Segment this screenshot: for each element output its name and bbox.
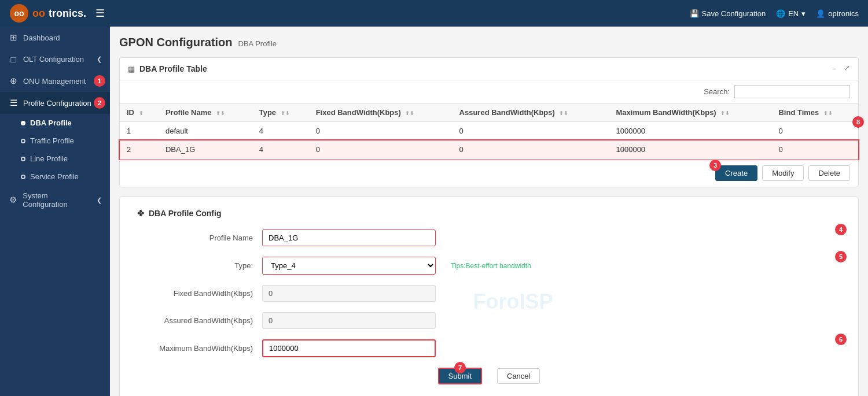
sidebar-sub-label: Traffic Profile <box>30 136 74 145</box>
type-select[interactable]: Type_1Type_2Type_3Type_4 <box>262 257 436 275</box>
search-label: Search: <box>704 87 730 96</box>
language-selector[interactable]: 🌐 EN ▾ <box>776 9 806 18</box>
sidebar-item-olt-config[interactable]: □ OLT Configuration ❮ <box>0 49 110 70</box>
sidebar-item-label: OLT Configuration <box>23 55 84 64</box>
card-header-icons: － ⤢ <box>830 64 850 74</box>
language-label: EN <box>788 9 799 18</box>
delete-button[interactable]: Delete <box>808 165 850 181</box>
hamburger-menu[interactable]: ☰ <box>95 7 105 20</box>
table-icon: ▦ <box>128 65 135 73</box>
table-card: ▦ DBA Profile Table － ⤢ Search: ID ⬆ Pro… <box>119 57 859 187</box>
sidebar-sub-item-dba-profile[interactable]: DBA Profile <box>0 114 110 132</box>
table-row[interactable]: 2DBA_1G40010000000 <box>120 140 858 159</box>
config-card: ForoISP ✤ DBA Profile Config 4 Profile N… <box>119 197 859 396</box>
cancel-button[interactable]: Cancel <box>497 368 540 384</box>
dba-profile-table: ID ⬆ Profile Name ⬆⬇ Type ⬆⬇ Fixed BandW… <box>120 103 858 159</box>
form-row-max-bw: 6 Maximum BandWidth(Kbps) <box>137 339 841 357</box>
sidebar-item-onu-mgmt[interactable]: ⊕ ONU Management ❮ 1 <box>0 70 110 92</box>
dot-icon <box>21 175 25 179</box>
search-input[interactable] <box>734 85 850 98</box>
table-cell: 1 <box>120 122 159 140</box>
chevron-icon: ❮ <box>97 55 102 63</box>
modify-button[interactable]: Modify <box>762 165 804 181</box>
create-button[interactable]: Create <box>715 165 757 181</box>
onu-badge: 1 <box>94 75 105 87</box>
table-cell: 0 <box>309 122 453 140</box>
system-icon: ⚙ <box>8 195 18 205</box>
globe-icon: 🌐 <box>776 9 785 18</box>
form-row-type: 5 Type: Type_1Type_2Type_3Type_4 Tips:Be… <box>137 257 841 275</box>
sidebar-sub-label: Service Profile <box>30 172 79 181</box>
user-icon: 👤 <box>816 9 825 18</box>
profile-badge: 2 <box>94 97 105 109</box>
sidebar-item-dashboard[interactable]: ⊞ Dashboard <box>0 27 110 49</box>
sidebar-sub-item-service-profile[interactable]: Service Profile <box>0 168 110 186</box>
table-card-header: ▦ DBA Profile Table － ⤢ <box>120 58 858 80</box>
form-row-buttons: 7 Submit Cancel <box>137 368 841 384</box>
table-cell: DBA_1G <box>159 140 252 159</box>
olt-icon: □ <box>8 54 19 64</box>
chevron-icon: ❮ <box>97 197 102 204</box>
col-max-bw: Maximum BandWidth(Kbps) ⬆⬇ <box>609 103 771 122</box>
tips-text: Tips:Best-effort bandwidth <box>451 262 531 270</box>
action-bar: 3 Create Modify Delete <box>120 159 858 187</box>
assured-bw-input <box>262 312 436 329</box>
col-profile-name: Profile Name ⬆⬇ <box>159 103 252 122</box>
callout-6: 6 <box>835 334 847 345</box>
table-row[interactable]: 1default400100000008 <box>120 122 858 140</box>
sidebar-item-profile-config[interactable]: ☰ Profile Configuration ❮ 2 <box>0 92 110 114</box>
onu-icon: ⊕ <box>8 76 19 86</box>
expand-icon[interactable]: ⤢ <box>844 64 850 74</box>
fixed-bw-input <box>262 285 436 302</box>
sidebar-sub-item-traffic-profile[interactable]: Traffic Profile <box>0 132 110 150</box>
table-cell: 0 <box>771 140 858 159</box>
table-cell: 4 <box>252 140 309 159</box>
col-id: ID ⬆ <box>120 103 159 122</box>
table-cell: default <box>159 122 252 140</box>
form-row-fixed-bw: Fixed BandWidth(Kbps) <box>137 285 841 302</box>
sidebar-item-system-config[interactable]: ⚙ System Configuration ❮ <box>0 186 110 214</box>
callout-7: 7 <box>454 362 466 373</box>
profile-name-label: Profile Name <box>137 234 253 242</box>
form-row-profile-name: 4 Profile Name <box>137 230 841 246</box>
save-config-button[interactable]: 💾 Save Configuration <box>690 9 766 18</box>
table-cell: 0 <box>453 140 609 159</box>
table-title: DBA Profile Table <box>139 64 207 73</box>
col-assured-bw: Assured BandWidth(Kbps) ⬆⬇ <box>453 103 609 122</box>
logo-prefix: oo <box>32 8 45 20</box>
config-icon: ✤ <box>137 209 144 218</box>
dot-icon <box>21 121 25 125</box>
username-label: optronics <box>828 9 859 18</box>
chevron-down-icon: ▾ <box>801 9 806 18</box>
save-icon: 💾 <box>690 9 699 18</box>
table-header-row: ID ⬆ Profile Name ⬆⬇ Type ⬆⬇ Fixed BandW… <box>120 103 858 122</box>
table-cell: 2 <box>120 140 159 159</box>
dot-icon <box>21 139 25 143</box>
sidebar-item-label: System Configuration <box>23 191 92 209</box>
config-title: DBA Profile Config <box>149 209 221 218</box>
callout-3: 3 <box>709 160 721 171</box>
logo-suffix: tronics. <box>49 8 86 20</box>
max-bw-input[interactable] <box>262 339 436 357</box>
sidebar-sub-label: Line Profile <box>30 154 68 163</box>
content-area: GPON Configuration DBA Profile ▦ DBA Pro… <box>110 27 868 396</box>
profile-icon: ☰ <box>8 98 19 108</box>
topnav-right: 💾 Save Configuration 🌐 EN ▾ 👤 optronics <box>690 9 859 18</box>
logo-icon: oo <box>9 3 29 23</box>
table-cell: 4 <box>252 122 309 140</box>
minimize-icon[interactable]: － <box>830 64 838 74</box>
table-cell: 1000000 <box>609 122 771 140</box>
page-title: GPON Configuration <box>119 36 233 49</box>
col-type: Type ⬆⬇ <box>252 103 309 122</box>
main-layout: ⊞ Dashboard □ OLT Configuration ❮ ⊕ ONU … <box>0 27 868 396</box>
callout-4: 4 <box>835 224 847 235</box>
svg-text:oo: oo <box>14 9 24 18</box>
page-header: GPON Configuration DBA Profile <box>119 36 859 49</box>
assured-bw-label: Assured BandWidth(Kbps) <box>137 316 253 325</box>
callout-5: 5 <box>835 251 847 262</box>
profile-name-input[interactable] <box>262 230 436 246</box>
sidebar-sub-item-line-profile[interactable]: Line Profile <box>0 150 110 168</box>
save-config-label: Save Configuration <box>702 9 766 18</box>
user-menu[interactable]: 👤 optronics <box>816 9 859 18</box>
table-cell: 0 <box>309 140 453 159</box>
